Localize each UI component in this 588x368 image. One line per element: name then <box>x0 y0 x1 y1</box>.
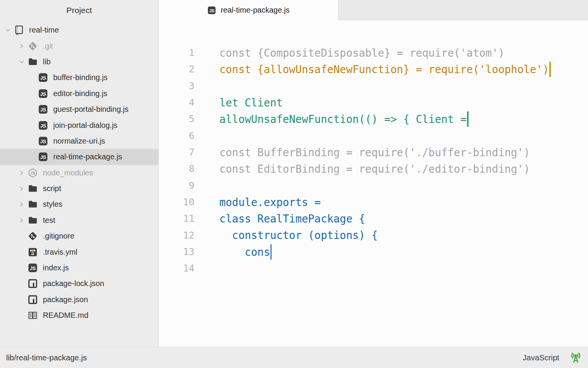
code-text[interactable]: constructor (options) { <box>219 229 378 241</box>
chevron-right-icon[interactable] <box>16 213 28 228</box>
tree-item-lib[interactable]: lib <box>0 54 158 70</box>
tree-item-test[interactable]: test <box>0 213 158 228</box>
tree-item-guest-portal-binding.js[interactable]: JS guest-portal-binding.js <box>0 101 158 117</box>
line-number: 11 <box>159 213 194 224</box>
line-number: 4 <box>159 97 194 108</box>
tree-item-real-time[interactable]: real-time <box>0 22 158 38</box>
js-icon: JS <box>38 72 48 83</box>
code-line-9[interactable]: 9 <box>159 177 588 194</box>
code-line-1[interactable]: 1 const {CompositeDisposable} = require(… <box>159 44 588 61</box>
tree-item-index.js[interactable]: JS index.js <box>0 260 158 276</box>
tree-item-join-portal-dialog.js[interactable]: JS join-portal-dialog.js <box>0 117 158 133</box>
chevron-icon <box>16 228 28 244</box>
tree-item-real-time-package.js[interactable]: JS real-time-package.js <box>0 149 158 165</box>
tree-item-label: buffer-binding.js <box>53 73 108 82</box>
tree-item-label: editor-binding.js <box>53 89 107 98</box>
folder-icon <box>28 57 38 67</box>
code-line-14[interactable]: 14 <box>159 260 588 276</box>
chevron-down-icon[interactable] <box>2 22 14 38</box>
folder-icon <box>28 199 38 209</box>
code-line-3[interactable]: 3 <box>159 78 588 94</box>
language-indicator[interactable]: JavaScript <box>523 353 559 362</box>
line-number: 10 <box>159 196 194 208</box>
svg-text:T: T <box>30 249 35 256</box>
node-icon: JS <box>28 168 38 178</box>
tab-strip-empty-area <box>338 0 588 20</box>
code-line-6[interactable]: 6 <box>159 128 588 144</box>
npm-icon <box>28 294 38 305</box>
chevron-icon <box>16 260 28 276</box>
code-line-2[interactable]: 2 const {allowUnsafeNewFunction} = requi… <box>159 61 588 77</box>
code-text[interactable]: const {CompositeDisposable} = require('a… <box>219 47 505 59</box>
code-text[interactable]: class RealTimePackage { <box>219 213 365 225</box>
project-tree: real-time .git lib JS buffer-binding.js … <box>0 20 158 323</box>
sidebar-title: Project <box>0 0 158 20</box>
tree-item-label: .gitignore <box>43 232 74 240</box>
repo-icon <box>14 25 24 35</box>
code-text[interactable]: module.exports = <box>219 196 321 208</box>
tree-item-normalize-uri.js[interactable]: JS normalize-uri.js <box>0 133 158 149</box>
js-icon: JS <box>38 152 48 162</box>
chevron-right-icon[interactable] <box>16 165 28 181</box>
svg-text:JS: JS <box>40 155 46 160</box>
code-text[interactable]: let Client <box>219 96 283 109</box>
code-line-4[interactable]: 4 let Client <box>159 94 588 111</box>
line-number: 5 <box>159 113 194 124</box>
status-file-path: lib/real-time-package.js <box>6 353 523 362</box>
tree-item-styles[interactable]: styles <box>0 196 158 212</box>
tree-item-label: README.md <box>43 311 88 320</box>
svg-text:JS: JS <box>40 92 46 97</box>
code-editor[interactable]: 1 const {CompositeDisposable} = require(… <box>159 20 588 347</box>
code-line-5[interactable]: 5 allowUnsafeNewFunction(() => { Client … <box>159 111 588 127</box>
line-number: 7 <box>159 147 194 158</box>
tree-item-package.json[interactable]: package.json <box>0 292 158 307</box>
editor-window: Project real-time .git lib JS <box>0 0 588 368</box>
tree-item-label: styles <box>43 200 62 209</box>
code-line-10[interactable]: 10 module.exports = <box>159 194 588 210</box>
broadcast-tower-icon[interactable] <box>570 352 582 364</box>
tree-item-.git[interactable]: .git <box>0 38 158 54</box>
js-icon: JS <box>38 136 48 146</box>
code-line-7[interactable]: 7 const BufferBinding = require('./buffe… <box>159 144 588 160</box>
green-collaborator-cursor <box>467 111 469 127</box>
tree-item-label: .git <box>43 42 53 51</box>
tree-item-buffer-binding.js[interactable]: JS buffer-binding.js <box>0 70 158 85</box>
code-line-12[interactable]: 12 constructor (options) { <box>159 227 588 244</box>
chevron-right-icon[interactable] <box>16 38 28 54</box>
js-file-icon: JS <box>207 6 216 15</box>
code-text[interactable]: cons <box>219 246 270 258</box>
tab-real-time-package[interactable]: JS real-time-package.js <box>159 0 338 20</box>
tree-item-script[interactable]: script <box>0 181 158 196</box>
tree-item-editor-binding.js[interactable]: JS editor-binding.js <box>0 86 158 101</box>
tree-item-.travis.yml[interactable]: T .travis.yml <box>0 244 158 260</box>
tree-item-label: index.js <box>43 263 69 272</box>
line-number: 3 <box>159 80 194 92</box>
tree-item-label: normalize-uri.js <box>53 137 105 146</box>
code-line-11[interactable]: 11 class RealTimePackage { <box>159 210 588 227</box>
line-number: 1 <box>159 47 194 58</box>
code-text[interactable]: const EditorBinding = require('./editor-… <box>219 163 530 175</box>
tree-item-.gitignore[interactable]: .gitignore <box>0 228 158 244</box>
code-text[interactable]: const {allowUnsafeNewFunction} = require… <box>219 63 549 75</box>
status-right-group: JavaScript <box>523 352 582 364</box>
chevron-right-icon[interactable] <box>16 196 28 212</box>
code-text[interactable]: const BufferBinding = require('./buffer-… <box>219 146 530 159</box>
chevron-down-icon[interactable] <box>16 54 28 70</box>
status-bar: lib/real-time-package.js JavaScript <box>0 347 588 368</box>
readme-icon <box>28 310 38 321</box>
tree-item-package-lock.json[interactable]: package-lock.json <box>0 276 158 291</box>
tree-item-label: .travis.yml <box>43 248 77 257</box>
code-text[interactable]: allowUnsafeNewFunction(() => { Client = <box>219 113 467 125</box>
tree-item-label: join-portal-dialog.js <box>53 121 118 130</box>
svg-text:JS: JS <box>209 8 214 13</box>
tree-item-node_modules[interactable]: JS node_modules <box>0 165 158 181</box>
chevron-right-icon[interactable] <box>16 181 28 196</box>
svg-text:JS: JS <box>40 123 46 128</box>
tree-item-label: script <box>43 184 61 193</box>
travis-icon: T <box>28 247 38 257</box>
tree-item-README.md[interactable]: README.md <box>0 307 158 323</box>
tree-item-label: guest-portal-binding.js <box>53 105 129 114</box>
line-number: 9 <box>159 180 194 191</box>
code-line-13[interactable]: 13 cons <box>159 244 588 260</box>
code-line-8[interactable]: 8 const EditorBinding = require('./edito… <box>159 160 588 177</box>
